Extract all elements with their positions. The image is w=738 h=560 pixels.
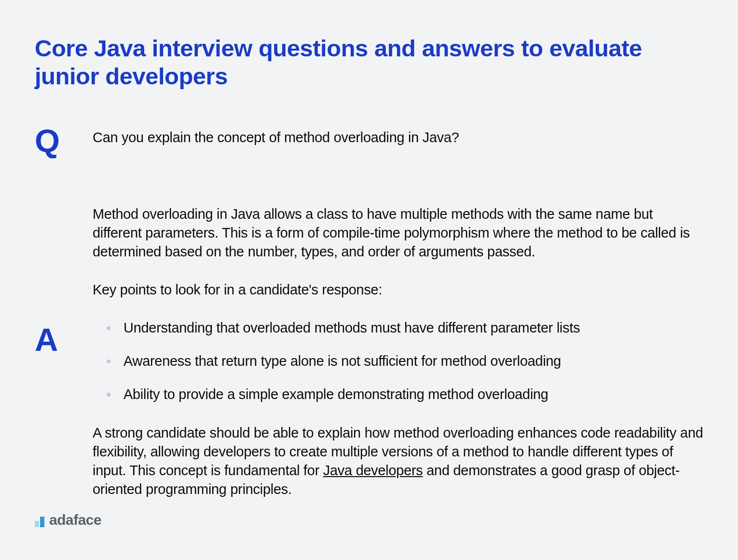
answer-row: A Method overloading in Java allows a cl… — [35, 205, 703, 499]
answer-bullet-list: Understanding that overloaded methods mu… — [93, 319, 703, 404]
answer-paragraph-3: A strong candidate should be able to exp… — [93, 424, 703, 499]
qa-container: Q Can you explain the concept of method … — [35, 124, 703, 499]
question-marker: Q — [35, 124, 64, 157]
chart-icon — [35, 516, 44, 527]
list-item: Awareness that return type alone is not … — [106, 352, 703, 371]
list-item: Understanding that overloaded methods mu… — [106, 319, 703, 337]
answer-marker: A — [35, 323, 64, 356]
brand-name: adaface — [49, 513, 101, 527]
page-title: Core Java interview questions and answer… — [35, 35, 703, 91]
brand-logo: adaface — [35, 513, 101, 527]
answer-content: Method overloading in Java allows a clas… — [93, 205, 703, 499]
question-row: Q Can you explain the concept of method … — [35, 124, 703, 157]
question-text: Can you explain the concept of method ov… — [93, 124, 703, 147]
list-item: Ability to provide a simple example demo… — [106, 385, 703, 404]
java-developers-link[interactable]: Java developers — [323, 463, 423, 478]
answer-paragraph-2: Key points to look for in a candidate's … — [93, 280, 703, 299]
answer-paragraph-1: Method overloading in Java allows a clas… — [93, 205, 703, 261]
